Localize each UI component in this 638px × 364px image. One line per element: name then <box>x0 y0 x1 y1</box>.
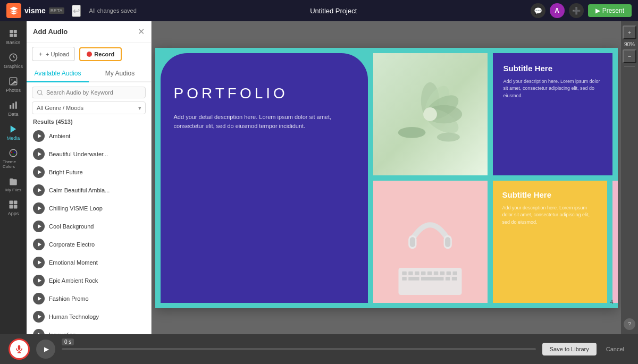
mic-record-button[interactable] <box>9 338 30 360</box>
sidebar-item-my-files[interactable]: My Files <box>2 173 25 196</box>
record-button[interactable]: Record <box>79 47 122 61</box>
svg-rect-39 <box>402 277 407 281</box>
recording-timeline[interactable]: 0 s <box>62 348 536 350</box>
audio-list: Ambient Beautiful Underwater... Bright F… <box>27 127 151 334</box>
sidebar-item-data[interactable]: Data <box>2 97 25 120</box>
svg-rect-30 <box>402 271 407 275</box>
audio-list-item[interactable]: Epic Ambient Rock <box>27 272 151 290</box>
svg-rect-0 <box>10 30 13 33</box>
sidebar-item-theme-colors[interactable]: Theme Colors <box>2 145 25 172</box>
svg-point-19 <box>38 90 42 95</box>
search-input[interactable] <box>46 89 141 96</box>
zoom-in-button[interactable]: + <box>623 26 636 39</box>
genre-select[interactable]: All Genre / Moods <box>32 101 146 114</box>
play-triangle-icon <box>38 170 41 174</box>
chat-icon-button[interactable]: 💬 <box>531 3 545 18</box>
svg-rect-35 <box>434 271 439 275</box>
svg-rect-42 <box>446 277 450 281</box>
play-button[interactable] <box>33 239 45 250</box>
flower-svg <box>384 65 476 163</box>
audio-list-item[interactable]: Corporate Electro <box>27 235 151 253</box>
canvas-wrapper[interactable]: PORTFOLIO Add your detail description he… <box>155 48 618 308</box>
play-button[interactable] <box>33 257 45 268</box>
zoom-out-button[interactable]: − <box>623 49 636 63</box>
play-button[interactable] <box>33 202 45 214</box>
play-triangle-icon <box>38 188 41 192</box>
play-button[interactable] <box>33 221 45 232</box>
sidebar-item-basics[interactable]: Basics <box>2 26 25 48</box>
tab-my-audios[interactable]: My Audios <box>89 65 151 82</box>
play-triangle-icon <box>38 134 41 138</box>
add-collaborator-button[interactable]: ➕ <box>569 3 584 18</box>
play-triangle-icon <box>38 242 41 247</box>
play-button[interactable] <box>33 184 45 196</box>
play-button[interactable] <box>33 311 45 323</box>
svg-point-6 <box>11 79 12 80</box>
sidebar-item-photos[interactable]: Photos <box>2 73 25 96</box>
help-button[interactable]: ? <box>624 318 635 330</box>
audio-list-item[interactable]: Beautiful Underwater... <box>27 145 151 163</box>
subtitle-2-desc: Add your description here. Lorem ipsum d… <box>502 205 598 226</box>
play-button[interactable] <box>33 293 45 304</box>
play-triangle-icon <box>38 260 41 265</box>
audio-list-item[interactable]: Fashion Promo <box>27 290 151 308</box>
play-triangle-icon <box>38 297 41 301</box>
audio-name: Human Technology <box>49 314 99 320</box>
svg-rect-34 <box>427 271 432 275</box>
sidebar-item-media[interactable]: Media <box>2 121 25 144</box>
play-button[interactable] <box>33 130 45 142</box>
play-button[interactable] <box>33 329 45 334</box>
zoom-level: 90% <box>624 41 635 47</box>
undo-button[interactable]: ↩ <box>72 5 81 17</box>
right-toolbar: + 90% − ? <box>621 21 638 334</box>
cell-chair-image <box>612 181 618 303</box>
panel-tabs: Available Audios My Audios <box>27 65 151 82</box>
svg-rect-43 <box>452 277 457 281</box>
audio-list-item[interactable]: Calm Beautiful Ambia... <box>27 181 151 199</box>
play-button[interactable] <box>33 148 45 160</box>
play-button[interactable] <box>33 275 45 286</box>
sidebar-item-graphics[interactable]: Graphics <box>2 49 25 72</box>
svg-line-20 <box>41 94 43 96</box>
audio-list-item[interactable]: Bright Future <box>27 163 151 181</box>
audio-list-item[interactable]: Emotional Moment <box>27 253 151 272</box>
audio-name: Emotional Moment <box>49 259 98 266</box>
audio-list-item[interactable]: Innovation <box>27 326 151 334</box>
play-recording-button[interactable]: ▶ <box>36 340 55 359</box>
audio-list-item[interactable]: Cool Background <box>27 217 151 235</box>
cancel-recording-button[interactable]: Cancel <box>601 343 629 355</box>
panel-search <box>27 82 151 101</box>
recording-bar-actions: Save to Library Cancel <box>542 343 629 355</box>
audio-list-item[interactable]: Ambient <box>27 127 151 145</box>
svg-rect-47 <box>445 237 450 247</box>
audio-list-item[interactable]: Chilling VISME Loop <box>27 199 151 217</box>
svg-point-12 <box>11 151 12 153</box>
sidebar-item-apps[interactable]: Apps <box>2 197 25 219</box>
mic-icon <box>14 344 24 354</box>
svg-rect-2 <box>10 34 13 37</box>
svg-point-28 <box>437 132 460 141</box>
panel-close-button[interactable]: ✕ <box>138 27 145 37</box>
audio-list-item[interactable]: Human Technology <box>27 308 151 326</box>
saved-status: All changes saved <box>89 7 137 14</box>
topbar: visme BETA ↩ All changes saved Untitled … <box>0 0 638 21</box>
svg-rect-7 <box>10 105 11 109</box>
headphones-image-bg <box>373 181 488 303</box>
slide-number: 4 <box>610 299 613 305</box>
subtitle-1-title: Subtitle Here <box>503 64 602 73</box>
svg-rect-31 <box>408 271 413 275</box>
record-label: Record <box>94 51 114 57</box>
plus-icon: ＋ <box>38 50 44 58</box>
cell-headphones-image <box>373 181 488 303</box>
present-button[interactable]: ▶ Present <box>588 4 632 17</box>
upload-button[interactable]: ＋ + Upload <box>32 47 75 61</box>
svg-rect-56 <box>18 345 21 350</box>
svg-rect-17 <box>10 205 13 209</box>
audio-name: Bright Future <box>49 169 83 175</box>
genre-select-wrap: All Genre / Moods <box>32 101 146 114</box>
upload-label: + Upload <box>46 51 69 57</box>
play-button[interactable] <box>33 166 45 178</box>
svg-rect-9 <box>15 101 17 109</box>
save-to-library-button[interactable]: Save to Library <box>542 343 597 355</box>
tab-available-audios[interactable]: Available Audios <box>27 65 89 82</box>
